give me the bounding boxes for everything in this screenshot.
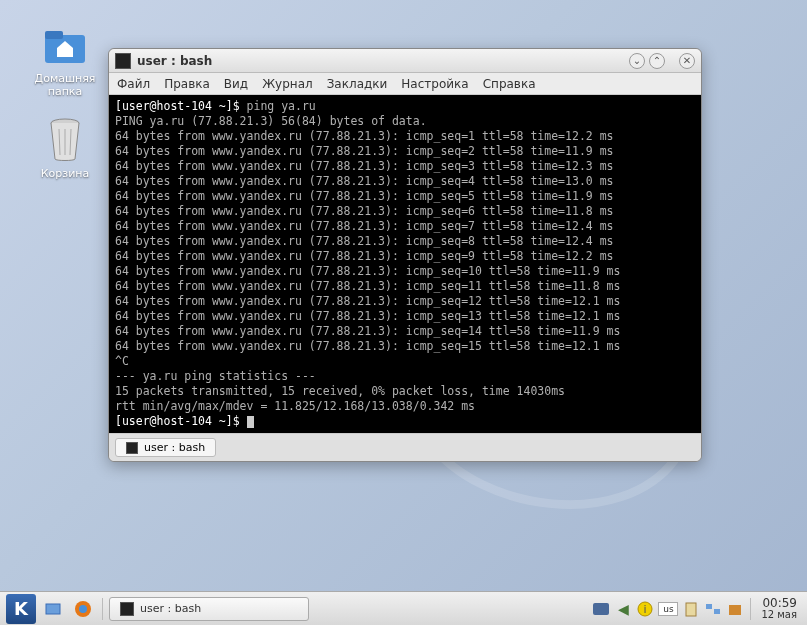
menu-bookmarks[interactable]: Закладки xyxy=(327,77,388,91)
menu-bar: Файл Правка Вид Журнал Закладки Настройк… xyxy=(109,73,701,95)
terminal-output[interactable]: [user@host-104 ~]$ ping ya.ru PING ya.ru… xyxy=(109,95,701,433)
desktop-icon-trash[interactable]: Корзина xyxy=(25,115,105,180)
menu-edit[interactable]: Правка xyxy=(164,77,210,91)
panel-clock[interactable]: 00:59 12 мая xyxy=(757,597,801,621)
svg-rect-1 xyxy=(45,31,63,39)
tray-updates-icon[interactable] xyxy=(726,600,744,618)
svg-point-8 xyxy=(79,605,87,613)
taskbar-entry-label: user : bash xyxy=(140,602,201,615)
maximize-button[interactable]: ⌃ xyxy=(649,53,665,69)
home-folder-icon xyxy=(41,20,89,68)
terminal-tab-icon xyxy=(126,442,138,454)
start-menu-button[interactable]: K xyxy=(6,594,36,624)
menu-view[interactable]: Вид xyxy=(224,77,248,91)
svg-rect-15 xyxy=(729,605,741,615)
clock-date: 12 мая xyxy=(761,609,797,621)
window-titlebar[interactable]: user : bash ⌄ ⌃ ✕ xyxy=(109,49,701,73)
svg-rect-13 xyxy=(706,604,712,609)
minimize-button[interactable]: ⌄ xyxy=(629,53,645,69)
tray-arrow-icon[interactable]: ◀ xyxy=(614,600,632,618)
tray-network-icon[interactable] xyxy=(704,600,722,618)
panel-separator-2 xyxy=(750,598,751,620)
taskbar-entry-terminal[interactable]: user : bash xyxy=(109,597,309,621)
svg-rect-9 xyxy=(593,603,609,615)
menu-settings[interactable]: Настройка xyxy=(401,77,468,91)
terminal-app-icon xyxy=(115,53,131,69)
show-desktop-button[interactable] xyxy=(40,596,66,622)
desktop-icon-home[interactable]: Домашняя папка xyxy=(25,20,105,98)
svg-rect-14 xyxy=(714,609,720,614)
tray-info-icon[interactable]: i xyxy=(636,600,654,618)
desktop-icon-home-label: Домашняя папка xyxy=(25,72,105,98)
menu-file[interactable]: Файл xyxy=(117,77,150,91)
desktop-icon-trash-label: Корзина xyxy=(25,167,105,180)
svg-text:i: i xyxy=(644,603,647,616)
tray-device-icon[interactable] xyxy=(592,600,610,618)
close-button[interactable]: ✕ xyxy=(679,53,695,69)
window-title: user : bash xyxy=(137,54,212,68)
svg-rect-6 xyxy=(46,604,60,614)
terminal-window: user : bash ⌄ ⌃ ✕ Файл Правка Вид Журнал… xyxy=(108,48,702,462)
trash-icon xyxy=(41,115,89,163)
firefox-launcher[interactable] xyxy=(70,596,96,622)
menu-help[interactable]: Справка xyxy=(483,77,536,91)
tray-clipboard-icon[interactable] xyxy=(682,600,700,618)
menu-journal[interactable]: Журнал xyxy=(262,77,313,91)
taskbar-panel: K user : bash ◀ i us 00:59 12 мая xyxy=(0,591,807,625)
terminal-tab-bar: user : bash xyxy=(109,433,701,461)
svg-rect-12 xyxy=(686,603,696,616)
terminal-tab-label: user : bash xyxy=(144,441,205,454)
terminal-tab[interactable]: user : bash xyxy=(115,438,216,457)
keyboard-layout-indicator[interactable]: us xyxy=(658,602,678,616)
system-tray: ◀ i us xyxy=(592,600,744,618)
panel-separator xyxy=(102,598,103,620)
taskbar-terminal-icon xyxy=(120,602,134,616)
clock-time: 00:59 xyxy=(761,597,797,609)
